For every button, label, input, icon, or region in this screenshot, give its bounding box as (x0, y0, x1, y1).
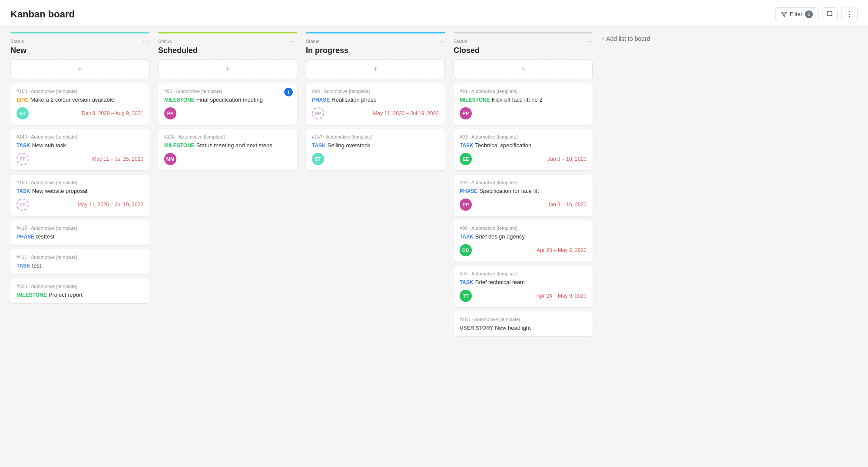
card-title-row: MILESTONEFinal specification meeting (164, 96, 291, 103)
add-card-button[interactable]: + (454, 60, 593, 79)
card-title: Status meeting and next steps (196, 142, 272, 149)
page-title: Kanban board (10, 9, 75, 20)
card-footer: MM (164, 153, 291, 165)
card-date-range: Dec 8, 2020 – Aug 9, 2021 (82, 110, 143, 116)
card-date-range: Apr 23 – May 9, 2020 (537, 293, 586, 299)
card-title-row: TASKNew website proposal (17, 188, 143, 194)
filter-label: Filter (790, 11, 802, 17)
add-card-button[interactable]: + (10, 60, 149, 79)
column-title: In progress (306, 46, 445, 55)
kanban-card[interactable]: #150 · Automotive [template]TASKNew webs… (10, 175, 149, 216)
card-type-badge: TASK (17, 188, 30, 194)
card-meta: #147 · Automotive [template] (312, 134, 439, 139)
card-title: Selling overstock (328, 142, 370, 149)
card-footer: PPMay 11, 2020 – Jul 19, 2022 (312, 107, 439, 119)
column-menu-icon[interactable]: ⋯ (438, 37, 445, 45)
kanban-card[interactable]: #147 · Automotive [template]TASKSelling … (306, 129, 445, 170)
column-status-label: Status (454, 39, 467, 44)
card-meta: #96 · Automotive [template] (460, 225, 586, 231)
kanban-card[interactable]: #98 · Automotive [template]PHASERealisat… (306, 83, 445, 125)
card-meta: #95 · Automotive [template] (164, 89, 291, 94)
column-header: Status⋯In progress (306, 37, 445, 55)
card-type-badge: TASK (460, 142, 474, 149)
card-title: New website proposal (32, 188, 87, 194)
card-footer: TTApr 23 – May 9, 2020 (460, 290, 586, 302)
header-actions: Filter 0 ⋮ (775, 7, 858, 21)
card-type-badge: TASK (17, 263, 30, 269)
card-title-row: MILESTONEStatus meeting and next steps (164, 142, 291, 149)
card-meta: #150 · Automotive [template] (17, 180, 143, 185)
avatar: PP (17, 199, 29, 211)
kanban-card[interactable]: #96 · Automotive [template]TASKBrief des… (454, 220, 593, 262)
kanban-card[interactable]: #108 · Automotive [template]EPICMake a 2… (10, 83, 149, 125)
kanban-card[interactable]: i#95 · Automotive [template]MILESTONEFin… (158, 83, 297, 125)
kanban-card[interactable]: #410 · Automotive [template]PHASEtesttes… (10, 220, 149, 245)
avatar: MM (164, 153, 176, 165)
card-type-badge: MILESTONE (164, 97, 195, 103)
card-meta: #411 · Automotive [template] (17, 255, 143, 260)
kanban-card[interactable]: #94 · Automotive [template]PHASESpecific… (454, 175, 593, 216)
column-header-row: Status⋯ (158, 37, 297, 45)
card-meta: #105 · Automotive [template] (460, 317, 586, 322)
kanban-card[interactable]: #500 · Automotive [template]MILESTONEPro… (10, 278, 149, 303)
card-footer: PP (164, 107, 291, 119)
column-menu-icon[interactable]: ⋯ (290, 37, 297, 45)
info-icon[interactable]: i (284, 88, 293, 96)
card-type-badge: PHASE (460, 188, 477, 194)
card-type-badge: EPIC (17, 97, 29, 103)
add-card-button[interactable]: + (306, 60, 445, 79)
kanban-card[interactable]: #97 · Automotive [template]TASKBrief tec… (454, 266, 593, 307)
add-list-button[interactable]: + Add list to board (601, 32, 688, 46)
column-status-label: Status (10, 39, 24, 44)
card-footer: PPJan 3 – 16, 2020 (460, 199, 586, 211)
column-scheduled: Status⋯Scheduled+i#95 · Automotive [temp… (158, 32, 297, 175)
kanban-card[interactable]: #93 · Automotive [template]TASKTechnical… (454, 129, 593, 170)
card-title-row: PHASERealisation phase (312, 96, 439, 103)
card-footer: EEJan 3 – 10, 2020 (460, 153, 586, 165)
card-title: New headlight (495, 325, 530, 331)
card-type-badge: TASK (460, 279, 474, 285)
column-color-bar (10, 32, 149, 33)
more-icon: ⋮ (846, 10, 853, 18)
card-footer: PP (460, 107, 586, 119)
card-meta: #104 · Automotive [template] (164, 134, 291, 139)
card-title-row: USER STORYNew headlight (460, 325, 586, 331)
avatar: PP (17, 153, 29, 165)
filter-icon (781, 11, 787, 17)
card-meta: #500 · Automotive [template] (17, 284, 143, 289)
column-status-label: Status (158, 39, 172, 44)
card-title: Technical specification (475, 142, 531, 149)
column-menu-icon[interactable]: ⋯ (586, 37, 593, 45)
card-title-row: MILESTONEProject report (17, 291, 143, 298)
expand-button[interactable] (822, 7, 838, 21)
card-date-range: May 11, 2020 – Jul 19, 2022 (373, 110, 439, 116)
card-date-range: Apr 23 – May 2, 2020 (537, 247, 586, 253)
avatar: PP (312, 107, 324, 119)
card-title: Make a 2 colour version available (30, 96, 114, 103)
more-options-button[interactable]: ⋮ (841, 7, 858, 21)
column-header: Status⋯Closed (454, 37, 593, 55)
kanban-card[interactable]: #149 · Automotive [template]TASKNew sub … (10, 129, 149, 170)
add-card-button[interactable]: + (158, 60, 297, 79)
kanban-card[interactable]: #105 · Automotive [template]USER STORYNe… (454, 311, 593, 336)
avatar: PP (460, 107, 472, 119)
kanban-card[interactable]: #91 · Automotive [template]MILESTONEKick… (454, 83, 593, 125)
card-meta: #149 · Automotive [template] (17, 134, 143, 139)
kanban-card[interactable]: #411 · Automotive [template]TASKtest (10, 249, 149, 274)
column-closed: Status⋯Closed+#91 · Automotive [template… (454, 32, 593, 341)
kanban-card[interactable]: #104 · Automotive [template]MILESTONESta… (158, 129, 297, 170)
column-menu-icon[interactable]: ⋯ (142, 37, 149, 45)
card-footer: DDApr 23 – May 2, 2020 (460, 244, 586, 256)
column-title: Scheduled (158, 46, 297, 55)
card-date-range: Jan 3 – 10, 2020 (548, 156, 586, 162)
avatar: TT (460, 290, 472, 302)
filter-button[interactable]: Filter 0 (775, 7, 818, 21)
card-date-range: May 11 – Jul 25, 2020 (92, 156, 143, 162)
avatar: ST (312, 153, 324, 165)
card-title-row: PHASESpecification for face lift (460, 188, 586, 194)
column-title: New (10, 46, 149, 55)
card-title-row: TASKBrief technical team (460, 279, 586, 285)
card-title: Realisation phase (331, 96, 376, 103)
card-type-badge: TASK (460, 234, 474, 240)
card-meta: #93 · Automotive [template] (460, 134, 586, 139)
